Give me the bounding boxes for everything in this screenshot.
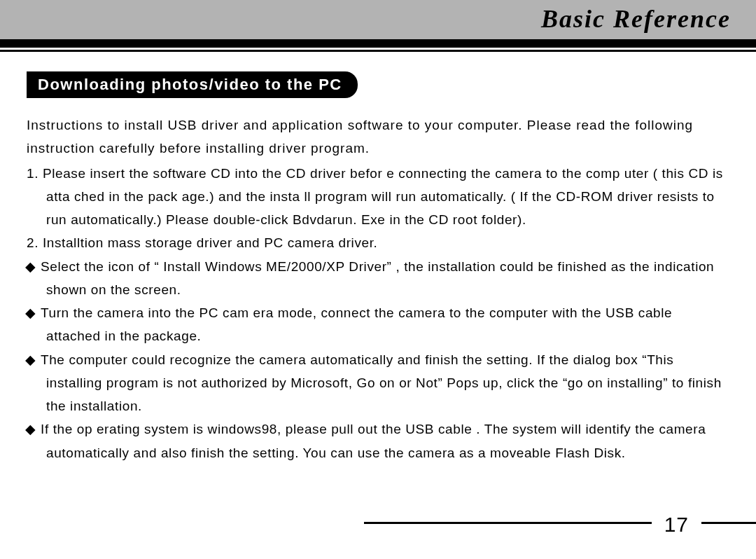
header-rules (0, 39, 756, 52)
rule-thick (0, 39, 756, 48)
bullet-item-3: ◆The computer could recognize the camera… (27, 348, 729, 418)
bullet-text: Turn the camera into the PC cam era mode… (41, 305, 672, 343)
bullet-item-4: ◆If the op erating system is windows98, … (27, 417, 729, 464)
page-number: 17 (664, 513, 689, 536)
bullet-item-2: ◆Turn the camera into the PC cam era mod… (27, 301, 729, 348)
bullet-item-1: ◆Select the icon of “ Install Windows ME… (27, 255, 729, 302)
section-title: Downloading photos/video to the PC (27, 71, 358, 98)
intro-paragraph: Instructions to install USB driver and a… (27, 113, 729, 160)
bullet-text: If the op erating system is windows98, p… (41, 422, 706, 460)
diamond-icon: ◆ (34, 255, 41, 278)
bullet-text: Select the icon of “ Install Windows ME/… (41, 259, 714, 297)
diamond-icon: ◆ (34, 417, 41, 441)
header-title: Basic Reference (541, 4, 731, 34)
page-content: Downloading photos/video to the PC Instr… (0, 52, 756, 464)
header-bar: Basic Reference (0, 0, 756, 39)
bullet-text: The computer could recognize the camera … (41, 352, 722, 414)
diamond-icon: ◆ (34, 301, 41, 324)
list-item-1: 1. Please insert the software CD into th… (27, 162, 729, 232)
list-item-2: 2. Installtion mass storage driver and P… (27, 231, 729, 254)
diamond-icon: ◆ (34, 348, 41, 371)
page-number-box: 17 (652, 513, 701, 537)
